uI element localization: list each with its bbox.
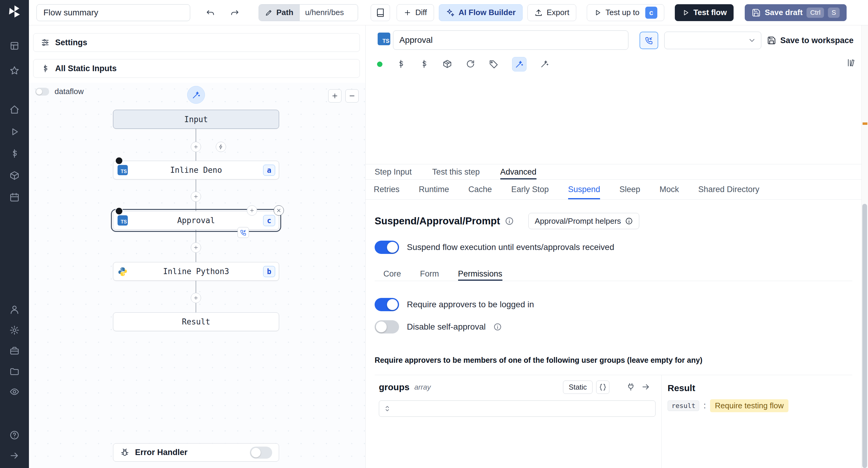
ai-assistant-button[interactable] [512, 57, 527, 71]
dollar-icon [419, 59, 429, 69]
grid-icon [9, 41, 20, 51]
step-name-input[interactable] [393, 30, 628, 50]
test-up-to-button[interactable]: Test up toc [587, 4, 664, 21]
path-label: Path [276, 8, 293, 17]
tab-permissions[interactable]: Permissions [458, 267, 502, 281]
step-detail-panel: TS Save to workspace Step Input Test thi… [366, 25, 868, 468]
documentation-button[interactable] [371, 4, 390, 21]
approval-prompt-helpers-button[interactable]: Approval/Prompt helpers [528, 213, 639, 229]
sidebar-item-runs[interactable] [0, 125, 29, 138]
groups-field-type: array [414, 383, 431, 391]
step-tabs: Step Input Test this step Advanced [366, 164, 861, 180]
redo-button[interactable] [226, 4, 244, 21]
require-login-label: Require approvers to be logged in [407, 300, 534, 310]
script-template-select[interactable] [664, 32, 761, 49]
require-login-toggle[interactable] [375, 298, 399, 311]
dataflow-toggle[interactable] [35, 88, 49, 96]
tab-form[interactable]: Form [420, 267, 439, 281]
zoom-in-button[interactable] [328, 89, 341, 103]
error-handler-row[interactable]: Error Handler [113, 443, 279, 462]
sidebar-item-settings[interactable] [0, 324, 29, 337]
flow-node-input[interactable]: Input [113, 110, 279, 129]
sidebar-item-workers[interactable] [0, 344, 29, 357]
windmill-logo-icon[interactable] [0, 4, 29, 19]
sidebar-item-favorites[interactable] [0, 64, 29, 77]
move-step-button[interactable] [247, 205, 257, 215]
apply-arrow-button[interactable] [641, 382, 650, 392]
flow-summary-input[interactable] [36, 4, 190, 21]
sidebar-item-folders[interactable] [0, 364, 29, 378]
test-flow-button[interactable]: Test flow [675, 4, 734, 21]
suspend-step-button[interactable] [640, 32, 658, 49]
ai-step-wand-button[interactable] [187, 86, 205, 104]
sidebar-item-variables[interactable] [0, 147, 29, 160]
sidebar-item-resources[interactable] [0, 169, 29, 182]
export-button[interactable]: Export [527, 4, 576, 21]
tab-suspend[interactable]: Suspend [568, 180, 600, 199]
node-label: Inline Python3 [113, 267, 279, 276]
tab-retries[interactable]: Retries [374, 180, 400, 199]
info-icon[interactable] [493, 323, 502, 331]
add-step-button-3[interactable] [191, 242, 201, 253]
sidebar-item-home[interactable] [0, 103, 29, 116]
ai-fix-button[interactable] [540, 59, 549, 69]
sidebar-item-help[interactable] [0, 429, 29, 442]
disable-self-approval-toggle[interactable] [375, 320, 399, 333]
result-key-chip[interactable]: result [668, 401, 699, 411]
diff-label: Diff [415, 8, 427, 17]
sidebar-item-workspace[interactable] [0, 39, 29, 53]
library-panel-button[interactable] [846, 58, 856, 68]
tab-advanced[interactable]: Advanced [500, 164, 536, 179]
groups-array-input[interactable] [379, 401, 655, 417]
undo-button[interactable] [201, 4, 219, 21]
play-icon [594, 9, 601, 17]
tab-shared-directory[interactable]: Shared Directory [698, 180, 760, 199]
add-trigger-button[interactable] [216, 142, 226, 152]
tab-sleep[interactable]: Sleep [619, 180, 640, 199]
sidebar-item-schedules[interactable] [0, 191, 29, 204]
sidebar-expand-button[interactable] [0, 449, 29, 462]
add-resource-button[interactable] [419, 59, 429, 70]
tag-button[interactable] [489, 59, 498, 70]
step-id-badge: a [263, 165, 275, 176]
tab-step-input[interactable]: Step Input [375, 164, 412, 179]
sidebar-item-audit[interactable] [0, 385, 29, 398]
scrollbar-thumb[interactable] [862, 204, 867, 468]
path-button[interactable]: Path u/henri/bes [258, 4, 358, 21]
tab-test-this-step[interactable]: Test this step [432, 164, 480, 179]
deno-logo-icon [115, 157, 123, 165]
tab-mock[interactable]: Mock [659, 180, 679, 199]
vertical-scrollbar[interactable] [861, 25, 868, 468]
diff-button[interactable]: Diff [397, 4, 434, 21]
connect-input-button[interactable] [626, 382, 635, 392]
suspend-execution-toggle[interactable] [375, 241, 399, 254]
static-mode-button[interactable]: Static [563, 381, 592, 394]
reload-button[interactable] [466, 59, 475, 70]
flow-node-inline-python3[interactable]: Inline Python3 b [113, 262, 279, 281]
flow-settings-row[interactable]: Settings [33, 33, 360, 52]
save-to-workspace-button[interactable]: Save to workspace [767, 32, 854, 49]
groups-field-name: groups [379, 382, 410, 392]
info-icon[interactable] [505, 216, 514, 226]
add-step-button-4[interactable] [191, 293, 201, 303]
all-static-inputs-row[interactable]: All Static Inputs [33, 59, 360, 78]
flow-node-inline-deno[interactable]: TS Inline Deno a [113, 161, 279, 179]
code-editor[interactable] [366, 73, 861, 164]
tab-cache[interactable]: Cache [468, 180, 492, 199]
add-step-button-1[interactable] [191, 142, 201, 152]
toggle-knob [387, 242, 398, 253]
delete-step-button[interactable] [274, 205, 284, 215]
zoom-out-button[interactable] [345, 89, 359, 103]
ai-flow-builder-button[interactable]: AI Flow Builder [439, 4, 523, 21]
flow-node-result[interactable]: Result [113, 313, 279, 331]
package-explorer-button[interactable] [442, 59, 452, 70]
tab-runtime[interactable]: Runtime [419, 180, 450, 199]
tab-early-stop[interactable]: Early Stop [511, 180, 549, 199]
tab-core[interactable]: Core [383, 267, 401, 281]
raw-editor-toggle-button[interactable] [596, 381, 610, 394]
error-handler-toggle[interactable] [250, 447, 272, 459]
save-draft-button[interactable]: Save draftCtrlS [745, 4, 846, 21]
sidebar-item-users[interactable] [0, 303, 29, 316]
add-step-button-2[interactable] [191, 192, 201, 202]
add-variable-button[interactable] [396, 59, 406, 70]
